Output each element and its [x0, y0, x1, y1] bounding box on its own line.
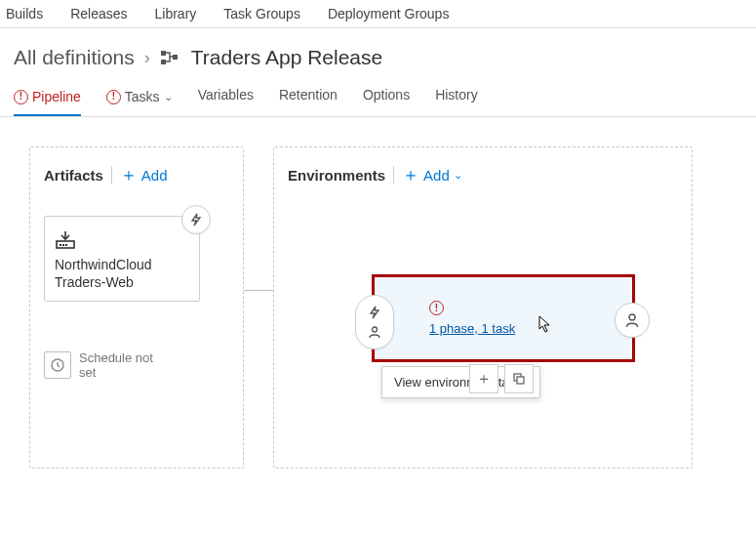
schedule-row[interactable]: Schedule not set: [44, 350, 229, 380]
post-deploy-conditions-button[interactable]: [615, 303, 650, 338]
lightning-icon: [368, 306, 381, 319]
chevron-down-icon: ⌄: [454, 169, 462, 182]
clone-environment-button[interactable]: [504, 364, 534, 393]
error-icon: !: [429, 301, 444, 315]
add-environment-below-button[interactable]: ＋: [469, 364, 498, 393]
person-icon: [624, 312, 640, 328]
svg-rect-11: [517, 377, 524, 384]
person-icon: [368, 325, 381, 339]
artifacts-title: Artifacts: [44, 167, 103, 184]
svg-rect-6: [65, 244, 67, 246]
tab-tasks[interactable]: ! Tasks ⌄: [106, 89, 173, 114]
environment-card-wrap: ! 1 phase, 1 task View environment tasks: [372, 274, 635, 362]
add-environment-label: Add: [423, 167, 450, 184]
tab-options[interactable]: Options: [363, 87, 410, 112]
tab-variables[interactable]: Variables: [198, 87, 254, 112]
sub-tabs: ! Pipeline ! Tasks ⌄ Variables Retention…: [0, 77, 756, 117]
svg-point-9: [629, 314, 635, 320]
top-nav: Builds Releases Library Task Groups Depl…: [0, 0, 756, 28]
chevron-down-icon: ⌄: [164, 91, 173, 103]
svg-rect-1: [161, 60, 166, 64]
environments-panel: Environments ＋ Add ⌄: [273, 146, 693, 469]
error-icon: !: [14, 90, 28, 104]
divider: [111, 166, 112, 184]
environments-header: Environments ＋ Add ⌄: [288, 163, 678, 186]
pipeline-canvas: Artifacts ＋ Add: [0, 117, 756, 482]
tab-tasks-label: Tasks: [125, 89, 160, 104]
nav-releases[interactable]: Releases: [70, 6, 127, 21]
tab-retention[interactable]: Retention: [279, 87, 338, 112]
svg-point-8: [373, 327, 378, 332]
trigger-button[interactable]: [181, 205, 211, 234]
cursor-icon: [537, 314, 554, 336]
breadcrumb: All definitions › Traders App Release: [0, 28, 756, 77]
tab-pipeline[interactable]: ! Pipeline: [14, 89, 81, 116]
plus-icon: ＋: [476, 369, 492, 390]
nav-builds[interactable]: Builds: [6, 6, 43, 21]
error-icon: !: [106, 90, 121, 104]
svg-rect-5: [62, 244, 64, 246]
environments-title: Environments: [288, 167, 385, 184]
environment-body: ! 1 phase, 1 task: [429, 301, 515, 336]
tab-history[interactable]: History: [435, 87, 478, 112]
add-artifact-label: Add: [141, 167, 168, 184]
pre-deploy-conditions-button[interactable]: [355, 295, 394, 349]
artifacts-panel: Artifacts ＋ Add: [29, 146, 244, 469]
svg-rect-2: [173, 55, 178, 60]
page-title: Traders App Release: [191, 46, 383, 69]
svg-rect-0: [161, 51, 166, 56]
nav-deployment-groups[interactable]: Deployment Groups: [328, 6, 450, 21]
plus-icon: ＋: [120, 163, 138, 186]
chevron-right-icon: ›: [144, 48, 150, 68]
nav-task-groups[interactable]: Task Groups: [223, 6, 300, 21]
tab-pipeline-label: Pipeline: [32, 89, 81, 104]
artifact-name: NorthwindCloud Traders-Web: [55, 256, 189, 291]
plus-icon: ＋: [402, 163, 419, 186]
environment-actions: ＋: [469, 364, 534, 393]
add-environment-button[interactable]: ＋ Add ⌄: [402, 163, 462, 186]
breadcrumb-root[interactable]: All definitions: [14, 46, 135, 69]
clock-icon: [44, 351, 71, 379]
artifact-source-icon: [55, 230, 189, 250]
release-definition-icon: [160, 49, 181, 66]
artifact-card[interactable]: NorthwindCloud Traders-Web: [44, 216, 200, 302]
add-artifact-button[interactable]: ＋ Add: [120, 163, 168, 186]
artifacts-header: Artifacts ＋ Add: [44, 163, 229, 186]
divider: [393, 166, 394, 184]
clone-icon: [512, 372, 526, 386]
nav-library[interactable]: Library: [155, 6, 197, 21]
lightning-icon: [189, 213, 203, 226]
svg-rect-4: [60, 244, 61, 246]
schedule-label: Schedule not set: [79, 350, 157, 380]
environment-tasks-link[interactable]: 1 phase, 1 task: [429, 321, 515, 336]
environment-card[interactable]: ! 1 phase, 1 task: [372, 274, 635, 362]
